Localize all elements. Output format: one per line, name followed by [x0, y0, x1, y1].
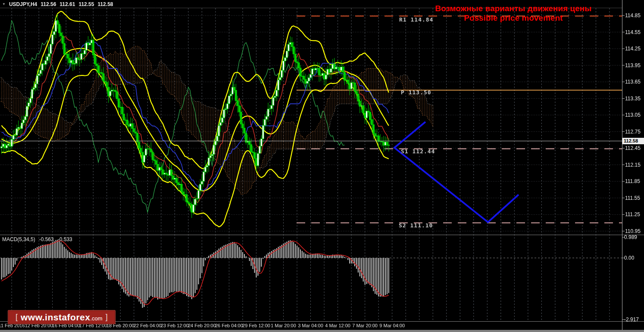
- price-axis-label: 112.15: [625, 162, 641, 168]
- ohlc-low: 112.55: [78, 1, 94, 7]
- time-axis-label: 29 Feb 12:00: [242, 323, 270, 328]
- time-axis-label: 26 Feb 04:00: [215, 323, 243, 328]
- pivot-label-s2: S2 111.10: [399, 222, 433, 229]
- time-axis-label: 24 Feb 20:00: [188, 323, 216, 328]
- current-price-tag: 112.58: [622, 138, 644, 144]
- ohlc-high: 112.61: [59, 1, 75, 7]
- macd-value-signal: -0.533: [58, 236, 72, 242]
- price-axis-label: 114.25: [625, 46, 641, 52]
- annotation-line-ru: Возможные варианты движения цены: [425, 4, 602, 13]
- pivot-label-p: P 113.50: [401, 89, 431, 96]
- ohlc-open: 112.56: [41, 1, 56, 7]
- time-axis-label: 1 Mar 20:00: [271, 323, 296, 328]
- chart-window: ▼ USDJPY,H4 112.56 112.61 112.55 112.58 …: [0, 0, 644, 332]
- price-axis-label: 113.65: [625, 79, 641, 85]
- price-axis-label: 110.95: [625, 228, 641, 234]
- chart-header: ▼ USDJPY,H4 112.56 112.61 112.55 112.58: [2, 1, 113, 7]
- logo-bracket-left: [: [16, 313, 18, 322]
- price-axis-label: 113.35: [625, 96, 641, 102]
- logo-domain-text: www.instaforex: [21, 312, 90, 323]
- price-axis-label: 113.95: [625, 62, 641, 68]
- macd-axis-label-min: -2.917: [624, 316, 639, 323]
- time-axis-label: 9 Mar 04:00: [379, 323, 405, 328]
- pivot-label-s1: S1 112.44: [401, 148, 435, 155]
- macd-value-main: -0.563: [39, 236, 54, 242]
- price-axis-label: 114.55: [625, 29, 641, 35]
- macd-indicator-label: MACD(5,34,5) -0.563 -0.533: [2, 236, 72, 242]
- time-axis-label: 7 Mar 20:00: [352, 323, 378, 328]
- time-axis-label: 3 Mar 04:00: [298, 323, 323, 328]
- chart-canvas[interactable]: [0, 0, 644, 332]
- macd-axis-label-zero: 0.00: [624, 255, 634, 261]
- symbol-dropdown-icon[interactable]: ▼: [2, 2, 6, 7]
- time-axis-label: 23 Feb 12:00: [161, 323, 189, 328]
- symbol-title: USDJPY,H4: [9, 1, 37, 7]
- pivot-label-r1: R1 114.84: [399, 16, 433, 23]
- ohlc-close: 112.58: [97, 1, 113, 7]
- price-axis-label: 114.85: [625, 12, 641, 19]
- macd-name: MACD(5,34,5): [2, 236, 35, 242]
- time-axis-label: 22 Feb 04:00: [134, 323, 162, 328]
- logo-tld-text: .com: [90, 315, 102, 322]
- price-axis-label: 112.45: [625, 145, 641, 151]
- price-movement-annotation: Возможные варианты движения цены Possibl…: [425, 4, 602, 23]
- price-axis-label: 111.25: [625, 211, 640, 217]
- price-axis-label: 111.85: [625, 178, 640, 184]
- price-axis-label: 111.55: [625, 195, 640, 201]
- macd-axis-label-max: 0.989: [624, 234, 637, 240]
- instaforex-watermark: [ www.instaforex .com ]: [8, 310, 116, 324]
- price-axis-label: 113.05: [625, 112, 641, 118]
- annotation-line-en: Possible price movement: [425, 13, 602, 23]
- time-axis-label: 4 Mar 12:00: [325, 323, 350, 328]
- logo-bracket-right: ]: [106, 313, 108, 322]
- price-axis-label: 112.75: [625, 129, 641, 135]
